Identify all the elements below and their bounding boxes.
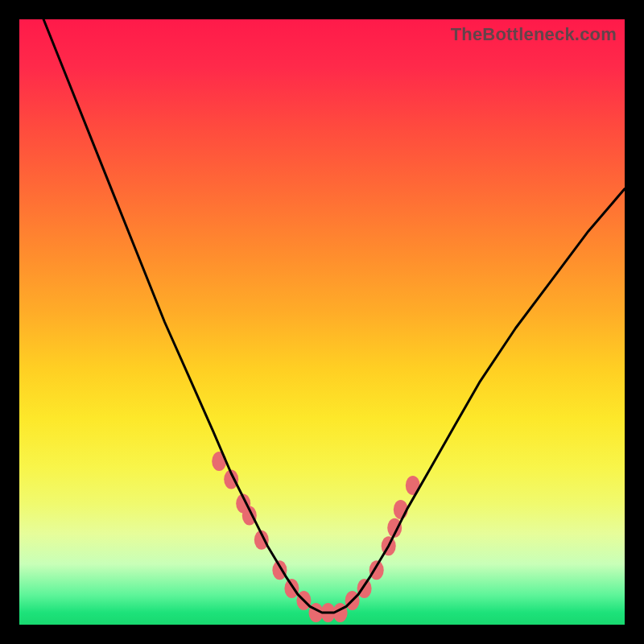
bottleneck-curve-path	[19, 0, 625, 613]
chart-frame: TheBottleneck.com	[19, 19, 625, 625]
markers-group	[212, 452, 420, 622]
bottleneck-chart-svg	[19, 19, 625, 625]
